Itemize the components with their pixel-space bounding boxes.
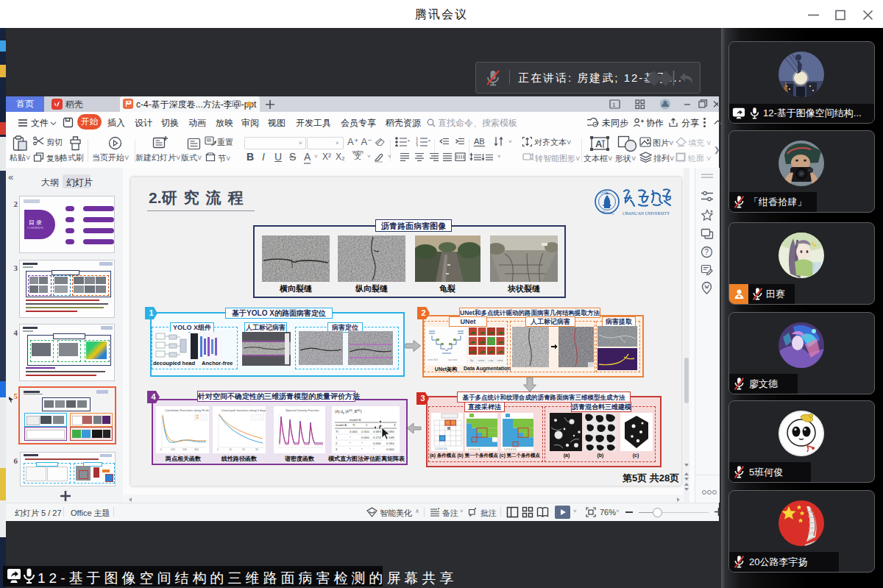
svg-text:1 2 3 4 5 6: 1 2 3 4 5 6 [504,448,517,451]
svg-text:100: 100 [171,448,175,451]
svg-text:1: 1 [612,102,616,108]
svg-text:up-conv: up-conv [448,358,458,361]
svg-text:300: 300 [194,448,199,451]
svg-text:crop: crop [489,359,493,362]
svg-text:Correlation Functions along 90: Correlation Functions along 90 degree [165,408,209,412]
svg-text:20: 20 [242,448,245,451]
svg-text:?: ? [705,248,709,256]
svg-text:0.000: 0.000 [386,447,394,451]
svg-text:TI: TI [336,430,338,433]
svg-text:3: 3 [416,144,418,146]
svg-text:0: 0 [160,448,162,451]
svg-text:30: 30 [255,448,258,451]
svg-text:1 2 3 4 5 6: 1 2 3 4 5 6 [435,447,447,450]
svg-text:CHANG'AN UNIVERSITY: CHANG'AN UNIVERSITY [623,211,670,216]
svg-text:Spectral Density Function: Spectral Density Function [286,408,319,412]
svg-text:1 2 3 4 5 6: 1 2 3 4 5 6 [468,448,480,451]
svg-text:A: A [595,138,603,149]
svg-text:Lineal path functions along 0: Lineal path functions along 0 degree [221,408,266,412]
svg-text:model A: model A [336,423,347,427]
svg-text:flip: flip [470,359,473,362]
svg-text:0.310: 0.310 [361,430,369,433]
svg-text:0.000: 0.000 [350,430,358,433]
svg-text:0: 0 [217,448,219,451]
svg-text:0.000: 0.000 [373,442,381,445]
svg-text:model B: model B [350,418,361,422]
svg-text:rotate: rotate [478,359,484,362]
svg-text:10: 10 [229,448,232,451]
svg-text:0.000: 0.000 [361,436,369,439]
svg-text:UNIVERSITY: UNIVERSITY [601,210,615,216]
svg-text:noise: noise [497,359,503,362]
svg-text:TI: TI [352,423,355,427]
svg-text:conv 3x3: conv 3x3 [428,358,438,361]
svg-text:0.164: 0.164 [386,442,394,445]
svg-text:200: 200 [182,448,187,451]
